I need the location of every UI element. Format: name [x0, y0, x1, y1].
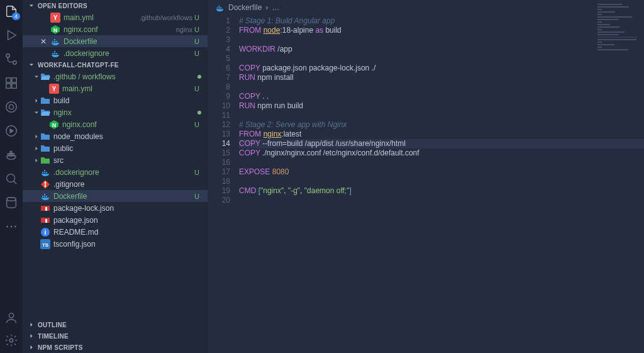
file-label: Dockerfile: [64, 37, 192, 46]
twisty-icon[interactable]: [33, 145, 40, 152]
twisty-icon[interactable]: [33, 109, 40, 116]
file-label: .dockerignore: [53, 168, 192, 177]
svg-point-16: [6, 226, 8, 228]
explorer-icon[interactable]: 4: [4, 4, 19, 19]
tree-item[interactable]: DockerfileU: [23, 190, 208, 202]
twisty-icon[interactable]: [33, 97, 40, 104]
tree-item[interactable]: nginx: [23, 106, 208, 118]
tree-item[interactable]: build: [23, 94, 208, 106]
file-icon: [40, 143, 50, 154]
file-icon: [40, 155, 50, 165]
file-label: public: [53, 144, 201, 153]
npm-header[interactable]: NPM SCRIPTS: [23, 342, 208, 353]
svg-text:N: N: [53, 26, 58, 33]
file-tree: .github / workflowsYmain.ymlUbuildnginxN…: [23, 70, 208, 319]
tree-item[interactable]: iREADME.md: [23, 226, 208, 238]
svg-point-14: [7, 174, 15, 182]
tree-item[interactable]: Ymain.ymlU: [23, 82, 208, 94]
file-label: .gitignore: [53, 180, 201, 189]
file-label: src: [53, 156, 201, 165]
file-icon: TS: [40, 239, 50, 249]
open-editor-item[interactable]: .dockerignoreU: [23, 47, 208, 59]
outline-header[interactable]: OUTLINE: [23, 319, 208, 330]
settings-icon[interactable]: [4, 333, 19, 348]
svg-rect-12: [13, 154, 14, 155]
file-label: node_modules: [53, 132, 201, 141]
twisty-icon[interactable]: [33, 193, 40, 200]
file-icon: Y: [49, 84, 59, 94]
twisty-icon[interactable]: [33, 169, 40, 176]
docker-icon[interactable]: [4, 147, 19, 162]
more-icon[interactable]: [4, 219, 19, 234]
file-icon: [40, 72, 50, 82]
tree-item[interactable]: .github / workflows: [23, 70, 208, 82]
tree-item[interactable]: TStsconfig.json: [23, 238, 208, 250]
open-editor-item[interactable]: Nnginx.confnginxU: [23, 23, 208, 35]
file-icon: [40, 215, 50, 225]
target-icon[interactable]: [4, 99, 19, 115]
tree-item[interactable]: .dockerignoreU: [23, 166, 208, 178]
twisty-icon[interactable]: [33, 216, 40, 224]
debug-icon[interactable]: [4, 123, 19, 138]
twisty-icon[interactable]: [33, 157, 40, 164]
tree-item[interactable]: .gitignore: [23, 178, 208, 190]
git-status: U: [192, 50, 201, 57]
svg-text:i: i: [45, 229, 47, 236]
db-icon[interactable]: [4, 195, 19, 210]
svg-point-20: [9, 339, 13, 342]
file-label: .dockerignore: [64, 49, 192, 58]
open-editor-item[interactable]: Ymain.yml.github/workflowsU: [23, 11, 208, 23]
git-status: U: [192, 121, 201, 128]
twisty-icon[interactable]: [33, 240, 40, 248]
file-icon: Y: [50, 13, 60, 23]
account-icon[interactable]: [4, 310, 19, 325]
twisty-icon[interactable]: [33, 205, 40, 212]
git-status: U: [192, 169, 201, 176]
code-area[interactable]: 1234567891011121314151617181920 # Stage …: [208, 15, 644, 353]
svg-rect-5: [6, 84, 11, 88]
extensions-icon[interactable]: [4, 76, 19, 91]
section-label: WORKFALL-CHATGPT-FE: [38, 62, 119, 69]
file-icon: [40, 179, 50, 189]
twisty-icon[interactable]: [33, 133, 40, 140]
file-icon: [50, 36, 60, 47]
timeline-header[interactable]: TIMELINE: [23, 330, 208, 342]
code-lines[interactable]: # Stage 1: Build Angular app FROM node:1…: [239, 16, 644, 353]
file-label: nginx: [53, 108, 197, 117]
close-icon[interactable]: ✕: [40, 37, 49, 46]
svg-text:TS: TS: [42, 242, 49, 248]
open-editors-list: Ymain.yml.github/workflowsUNnginx.confng…: [23, 11, 208, 59]
tree-item[interactable]: src: [23, 154, 208, 166]
tree-item[interactable]: node_modules: [23, 130, 208, 142]
line-gutter: 1234567891011121314151617181920: [208, 16, 239, 353]
section-label: NPM SCRIPTS: [38, 344, 83, 351]
file-label: tsconfig.json: [53, 240, 201, 249]
open-editors-header[interactable]: OPEN EDITORS: [23, 0, 208, 11]
tree-item[interactable]: package-lock.json: [23, 202, 208, 214]
run-icon[interactable]: [4, 28, 19, 43]
svg-rect-11: [10, 154, 12, 155]
open-editor-item[interactable]: ✕DockerfileU: [23, 35, 208, 47]
file-icon: [50, 48, 60, 59]
minimap[interactable]: [597, 3, 641, 78]
twisty-icon[interactable]: [33, 228, 40, 236]
tree-item[interactable]: Nnginx.confU: [23, 118, 208, 130]
section-label: TIMELINE: [38, 333, 69, 340]
svg-point-1: [6, 54, 10, 58]
section-label: OPEN EDITORS: [38, 3, 87, 9]
twisty-icon[interactable]: [33, 181, 40, 188]
twisty-icon[interactable]: [42, 85, 49, 92]
scm-icon[interactable]: [4, 52, 19, 67]
tree-item[interactable]: package.json: [23, 214, 208, 226]
git-dot: [197, 111, 201, 115]
tree-item[interactable]: public: [23, 142, 208, 154]
twisty-icon[interactable]: [33, 73, 40, 81]
search-icon[interactable]: [4, 171, 19, 186]
project-header[interactable]: WORKFALL-CHATGPT-FE: [23, 59, 208, 70]
file-label: .github / workflows: [53, 72, 197, 81]
breadcrumb[interactable]: Dockerfile › …: [208, 0, 644, 15]
file-label: README.md: [53, 228, 201, 237]
svg-rect-3: [6, 78, 11, 82]
twisty-icon[interactable]: [42, 121, 49, 128]
svg-rect-31: [45, 182, 45, 186]
